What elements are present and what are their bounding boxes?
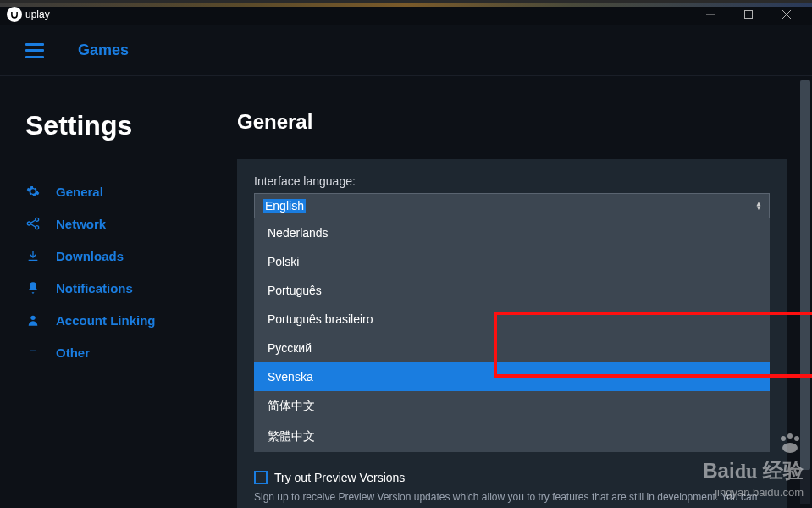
sidebar: Settings General Network Downloads Notif…	[0, 76, 237, 508]
bell-icon	[25, 280, 41, 295]
titlebar: uplay	[0, 0, 812, 25]
scrollbar[interactable]	[800, 80, 810, 504]
language-option[interactable]: Polski	[254, 247, 770, 276]
sidebar-item-downloads[interactable]: Downloads	[25, 240, 212, 272]
menu-button[interactable]	[25, 43, 44, 58]
language-label: Interface language:	[254, 174, 770, 188]
app-name: uplay	[25, 8, 50, 20]
language-select[interactable]: English ▲▼	[254, 193, 770, 218]
svg-point-11	[33, 350, 34, 351]
svg-point-6	[36, 226, 39, 229]
sidebar-item-label: Account Linking	[56, 313, 156, 328]
sidebar-item-network[interactable]: Network	[25, 207, 212, 240]
language-option[interactable]: Português brasileiro	[254, 305, 770, 334]
page-title: Settings	[25, 110, 212, 141]
sidebar-item-account-linking[interactable]: Account Linking	[25, 304, 212, 336]
preview-checkbox[interactable]	[254, 471, 268, 484]
nav-games[interactable]: Games	[78, 41, 129, 59]
titlebar-decoration	[0, 3, 812, 7]
preview-description: Sign up to receive Preview Version updat…	[254, 489, 770, 508]
top-nav: Games	[0, 25, 812, 76]
svg-point-5	[36, 218, 39, 221]
download-icon	[25, 248, 41, 263]
logo-icon	[7, 7, 22, 22]
language-dropdown: Nederlands Polski Português Português br…	[254, 218, 770, 452]
language-option[interactable]: 繁體中文	[254, 422, 770, 452]
sidebar-item-general[interactable]: General	[25, 175, 212, 207]
svg-point-4	[27, 222, 30, 225]
chevron-updown-icon: ▲▼	[755, 202, 762, 210]
svg-point-12	[35, 350, 36, 351]
dots-icon	[25, 345, 41, 360]
sidebar-item-notifications[interactable]: Notifications	[25, 272, 212, 304]
sidebar-item-label: General	[56, 185, 103, 199]
app-logo: uplay	[7, 7, 50, 22]
preview-checkbox-row: Try out Preview Versions	[254, 461, 770, 484]
settings-panel: Interface language: English ▲▼ Nederland…	[237, 159, 787, 508]
svg-point-10	[31, 350, 32, 351]
svg-line-8	[30, 224, 35, 227]
content: General Interface language: English ▲▼ N…	[237, 76, 812, 508]
preview-checkbox-label: Try out Preview Versions	[274, 471, 405, 484]
svg-line-7	[30, 220, 35, 223]
language-option[interactable]: Nederlands	[254, 218, 770, 247]
network-icon	[25, 216, 41, 231]
scrollbar-thumb[interactable]	[800, 80, 810, 470]
section-heading: General	[237, 110, 787, 134]
sidebar-item-label: Notifications	[56, 281, 133, 295]
language-value: English	[263, 199, 306, 213]
sidebar-item-label: Downloads	[56, 249, 124, 263]
language-option[interactable]: Русский	[254, 334, 770, 362]
svg-point-9	[30, 316, 35, 320]
user-icon	[25, 312, 41, 328]
gear-icon	[25, 184, 41, 199]
svg-rect-1	[744, 11, 752, 19]
main-area: Settings General Network Downloads Notif…	[0, 76, 812, 508]
sidebar-item-other[interactable]: Other	[25, 336, 212, 368]
language-option[interactable]: Svenska	[254, 362, 770, 391]
language-option[interactable]: 简体中文	[254, 391, 770, 422]
language-option[interactable]: Português	[254, 276, 770, 305]
sidebar-item-label: Other	[56, 345, 90, 360]
sidebar-item-label: Network	[56, 217, 106, 231]
